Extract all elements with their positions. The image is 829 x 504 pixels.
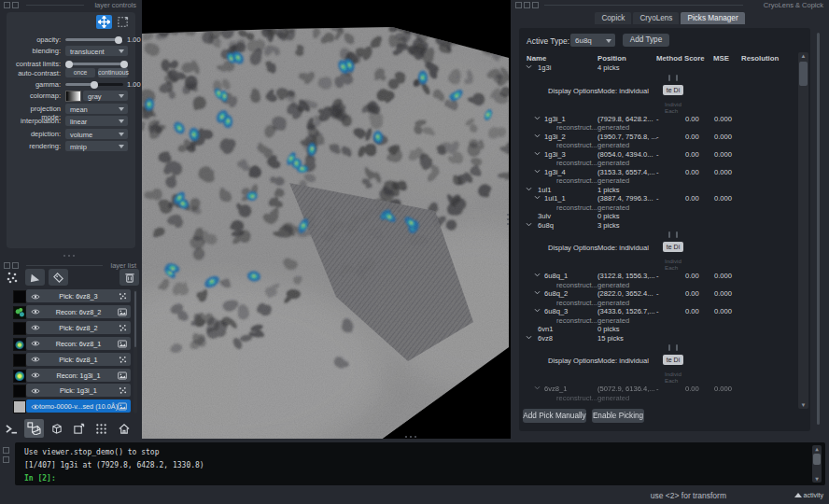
new-shapes-layer-button[interactable] — [25, 269, 45, 286]
depiction-select[interactable]: volume — [65, 129, 128, 139]
chevron-down-icon[interactable] — [534, 133, 541, 138]
chevron-down-icon[interactable] — [534, 385, 541, 390]
layer-row[interactable]: Pick: 6vz8_2 — [0, 320, 142, 336]
layer-row[interactable]: Pick: 6vz8_3 — [0, 288, 142, 304]
chevron-down-icon[interactable] — [534, 308, 541, 313]
tab-picks-manager[interactable]: Picks Manager — [681, 12, 744, 24]
chevron-down-icon[interactable] — [534, 195, 541, 200]
chevron-down-icon[interactable] — [534, 151, 541, 156]
chevron-down-icon[interactable] — [526, 187, 532, 191]
points-layer-icon — [119, 356, 127, 364]
chevron-down-icon[interactable] — [534, 290, 541, 295]
transform-button[interactable] — [115, 15, 131, 29]
viewer-canvas[interactable] — [142, 0, 511, 439]
grid-view-button[interactable] — [91, 419, 111, 438]
pick-row[interactable]: 6vz8_1(5072.9, 6136.4,...-0.000.000recon… — [519, 385, 797, 402]
rendering-select[interactable]: minip — [65, 141, 128, 151]
pick-row[interactable]: 6u8q_1(3122.8, 1556.3,...-0.000.000recon… — [519, 272, 797, 289]
display-options-row[interactable]: Display OptionsMode: individualte DiIndi… — [519, 73, 797, 115]
ipython-console[interactable]: Use viewer.stop_demo() to stop [1/407] 1… — [15, 442, 825, 485]
pick-group-row[interactable]: 3ulv0 picks — [519, 212, 797, 221]
pick-row[interactable]: 1g3i_3(8054.0, 4394.0...-0.000.000recons… — [519, 150, 797, 168]
chevron-down-icon — [606, 39, 611, 43]
add-type-button[interactable]: Add Type — [623, 34, 669, 47]
chevron-down-icon[interactable] — [526, 335, 532, 340]
delete-layer-button[interactable] — [119, 269, 139, 286]
layer-row[interactable]: Recon: 6vz8_2 — [0, 304, 142, 320]
chevron-down-icon — [119, 49, 124, 53]
picks-table-scrollbar[interactable]: ▲ ▼ — [798, 52, 808, 409]
pick-group-row[interactable]: 6vn10 picks — [519, 325, 797, 334]
layer-list-scrollbar[interactable] — [133, 289, 137, 413]
float-panel-icon[interactable] — [4, 262, 10, 269]
display-options-button[interactable]: te Di — [663, 85, 683, 95]
colormap-select[interactable]: gray — [83, 91, 128, 101]
roll-dimensions-button[interactable] — [47, 419, 66, 438]
blending-select[interactable]: translucent — [65, 46, 128, 56]
layer-item[interactable]: Pick: 6vz8_2 — [26, 321, 131, 334]
gamma-slider[interactable] — [65, 83, 123, 86]
interpolation-select[interactable]: linear — [65, 116, 128, 126]
auto-contrast-once-button[interactable]: once — [65, 68, 95, 77]
new-points-layer-button[interactable] — [2, 269, 21, 286]
projection-mode-select[interactable]: mean — [65, 104, 128, 114]
layer-row[interactable]: Recon: 1g3i_1 — [0, 368, 142, 384]
pick-row[interactable]: 1g3i_4(3153.3, 6557.4,...-0.000.000recon… — [519, 168, 797, 186]
active-type-select[interactable]: 6u8q — [570, 34, 615, 47]
display-options-button[interactable]: te Di — [663, 355, 683, 365]
pick-group-row[interactable]: 1g3i4 picks — [519, 63, 797, 73]
layer-item[interactable]: Pick: 6vz8_1 — [26, 353, 131, 366]
chevron-down-icon[interactable] — [534, 169, 541, 174]
hide-panel-icon[interactable] — [12, 262, 19, 269]
transpose-dimensions-button[interactable] — [69, 419, 89, 438]
display-options-row[interactable]: Display OptionsMode: individualte DiIndi… — [519, 343, 797, 385]
layer-row[interactable]: Recon: 6vz8_1 — [0, 336, 142, 352]
display-options-button[interactable]: te Di — [663, 242, 683, 252]
display-options-row[interactable]: Display OptionsMode: individualte DiIndi… — [519, 230, 797, 272]
layer-item[interactable]: tomo-0000-v...sed (10.0Å) — [26, 399, 131, 413]
contrast-limits-slider[interactable] — [65, 63, 128, 65]
chevron-down-icon[interactable] — [526, 222, 532, 227]
home-button[interactable] — [114, 419, 133, 438]
layer-row[interactable]: Pick: 6vz8_1 — [0, 352, 142, 368]
chevron-down-icon[interactable] — [526, 64, 532, 69]
console-scrollbar[interactable]: ▲ ▼ — [812, 445, 822, 483]
pick-row[interactable]: 1g3i_1(7929.8, 6428.2...-0.000.000recons… — [519, 115, 797, 133]
auto-contrast-continuous-button[interactable]: continuous — [98, 68, 128, 77]
layer-item[interactable]: Pick: 6vz8_3 — [26, 289, 131, 302]
console-button[interactable] — [2, 419, 21, 438]
float-panel-icon[interactable] — [524, 2, 530, 8]
pick-row[interactable]: 6u8q_2(2822.0, 3652.4...-0.000.000recons… — [519, 289, 797, 307]
chevron-down-icon[interactable] — [534, 116, 541, 120]
pick-group-row[interactable]: 1ul11 picks — [519, 186, 797, 195]
tab-cryolens[interactable]: CryoLens — [633, 12, 679, 24]
pick-row[interactable]: 1g3i_2(1950.7, 7576.8, ...-0.000.000reco… — [519, 133, 797, 150]
toggle-ndisplay-button[interactable] — [24, 419, 44, 438]
console-hide-icon[interactable] — [3, 456, 9, 463]
layer-item[interactable]: Recon: 1g3i_1 — [26, 369, 131, 382]
pick-group-row[interactable]: 6u8q3 picks — [519, 221, 797, 231]
float-panel-icon[interactable] — [4, 2, 10, 8]
console-float-icon[interactable] — [3, 447, 9, 454]
pick-row[interactable]: 1ul1_1(3887.4, 7996.3...-0.000.000recons… — [519, 194, 797, 212]
layer-row[interactable]: tomo-0000-v...sed (10.0Å) — [0, 399, 142, 414]
close-icon[interactable] — [515, 2, 522, 8]
hide-panel-icon[interactable] — [532, 2, 539, 8]
opacity-slider[interactable] — [65, 38, 123, 41]
panel-scrollbar[interactable] — [817, 33, 820, 425]
new-labels-layer-button[interactable] — [49, 269, 68, 286]
pick-row[interactable]: 6u8q_3(3433.6, 1526.7,...-0.000.000recon… — [519, 307, 797, 325]
chevron-down-icon[interactable] — [534, 273, 541, 277]
layer-item[interactable]: Recon: 6vz8_1 — [26, 337, 131, 350]
hide-panel-icon[interactable] — [12, 2, 19, 8]
add-pick-manually-button[interactable]: Add Pick Manually — [523, 409, 586, 423]
enable-picking-button[interactable]: Enable Picking — [592, 409, 644, 423]
layer-item[interactable]: Recon: 6vz8_2 — [26, 305, 131, 318]
pick-group-row[interactable]: 6vz815 picks — [519, 334, 797, 343]
clipped-control — [676, 344, 678, 351]
layer-row[interactable]: Pick: 1g3i_1 — [0, 383, 142, 399]
tab-copick[interactable]: Copick — [595, 12, 631, 24]
activity-button[interactable]: activity — [794, 492, 823, 498]
pan-zoom-button[interactable] — [96, 15, 112, 29]
layer-item[interactable]: Pick: 1g3i_1 — [26, 384, 131, 397]
